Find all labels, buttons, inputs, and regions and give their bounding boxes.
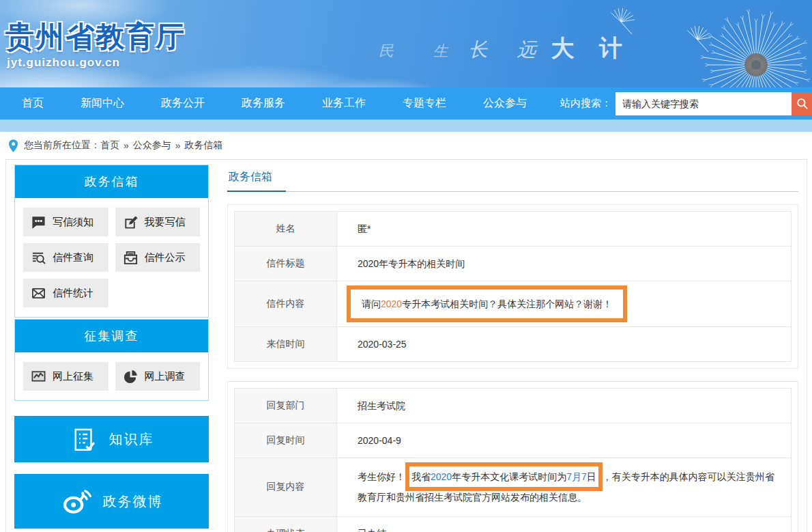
row-label: 回复时间 (235, 423, 337, 458)
site-search: 站内搜索： (560, 92, 812, 115)
reply-table-wrapper: 回复部门 招生考试院 回复时间 2020-04-9 回复内容 考生你好！我省20… (227, 381, 798, 532)
reply-time-value: 2020-04-9 (337, 423, 791, 458)
nav-item-home[interactable]: 首页 (22, 96, 44, 111)
sidebar-button-letter-stats[interactable]: 信件统计 (23, 279, 108, 307)
row-label: 姓名 (235, 212, 337, 246)
nav-item-gov-open[interactable]: 政务公开 (161, 96, 205, 111)
letter-table-wrapper: 姓名 匿* 信件标题 2020年专升本的相关时间 信件内容 请问2020专升本考… (227, 204, 798, 369)
reply-content-highlighted: 我省2020年专升本文化课考试时间为7月7日 (411, 471, 596, 482)
sidebar-button-online-collect[interactable]: 网上征集 (23, 362, 108, 391)
nav-item-business[interactable]: 业务工作 (322, 96, 366, 111)
table-row: 回复内容 考生你好！我省2020年专升本文化课考试时间为7月7日，有关专升本的具… (235, 458, 791, 516)
sidebar-section-title: 征集调查 (15, 320, 208, 352)
sidebar-section-mailbox: 政务信箱 写信须知 我要写信 (14, 165, 209, 318)
reply-content-prefix: 考生你好！ (358, 471, 405, 482)
table-row: 信件标题 2020年专升本的相关时间 (235, 247, 791, 281)
sidebar-button-label: 网上征集 (53, 370, 93, 383)
nav-item-participation[interactable]: 公众参与 (483, 96, 527, 111)
sidebar-block-label: 知识库 (109, 430, 154, 449)
breadcrumb-item-home[interactable]: 首页 (100, 139, 119, 152)
row-label: 回复部门 (235, 389, 337, 423)
sidebar-button-label: 网上调查 (145, 370, 186, 383)
sidebar-button-grid: 写信须知 我要写信 (15, 198, 208, 317)
search-label: 站内搜索： (560, 97, 611, 110)
line-chart-icon (31, 369, 46, 384)
breadcrumb-separator: » (175, 140, 181, 151)
magnifier-icon (796, 97, 809, 110)
nav-item-news[interactable]: 新闻中心 (81, 96, 124, 111)
site-banner: 民 生 长 远 大 计 贵州省教育厅 jyt.guizhou.gov.cn (0, 0, 812, 87)
row-label: 办理状态 (235, 517, 337, 532)
doc-search-icon (31, 250, 46, 266)
sidebar-section-survey: 征集调查 网上征集 网上调查 (14, 319, 209, 401)
table-row: 来信时间 2020-03-25 (235, 327, 791, 361)
sidebar-block-knowledge-base[interactable]: 知识库 (14, 416, 209, 462)
slogan-part: 大 计 (551, 36, 633, 61)
breadcrumb-separator: » (124, 140, 129, 151)
doc-public-icon (123, 250, 139, 266)
sidebar: 政务信箱 写信须知 我要写信 (6, 160, 211, 532)
nav-item-topics[interactable]: 专题专栏 (403, 96, 446, 111)
nav-substrip (0, 120, 812, 132)
row-label: 信件内容 (235, 281, 337, 326)
reply-table: 回复部门 招生考试院 回复时间 2020-04-9 回复内容 考生你好！我省20… (234, 388, 792, 532)
table-row: 回复时间 2020-04-9 (235, 423, 791, 458)
sidebar-section-title: 政务信箱 (15, 165, 208, 198)
sidebar-button-write-letter[interactable]: 我要写信 (115, 208, 201, 236)
edit-icon (123, 214, 139, 230)
sidebar-button-label: 写信须知 (53, 216, 93, 229)
sidebar-button-label: 我要写信 (145, 216, 186, 229)
breadcrumb: 您当前所在位置： 首页 » 公众参与 » 政务信箱 (0, 132, 812, 159)
banner-slogan: 民 生 长 远 大 计 (379, 33, 632, 64)
location-pin-icon (8, 139, 18, 153)
letter-title-value: 2020年专升本的相关时间 (337, 247, 791, 281)
sidebar-button-letter-query[interactable]: 信件查询 (23, 243, 108, 272)
main-content: 政务信箱 姓名 匿* 信件标题 2020年专升本的相关时间 信件内容 请问202… (211, 160, 807, 532)
letter-content-value: 请问2020专升本考试相关时间？具体关注那个网站？谢谢！ (337, 281, 791, 326)
comment-icon (31, 214, 46, 230)
sidebar-button-online-survey[interactable]: 网上调查 (115, 362, 201, 391)
reply-content-value: 考生你好！我省2020年专升本文化课考试时间为7月7日，有关专升本的具体内容可以… (337, 458, 791, 516)
site-logo-domain: jyt.guizhou.gov.cn (7, 56, 120, 70)
breadcrumb-item-participation[interactable]: 公众参与 (133, 139, 171, 152)
search-button[interactable] (792, 92, 812, 115)
weibo-icon (61, 487, 92, 516)
envelope-icon (31, 285, 46, 301)
slogan-part: 长 远 (469, 39, 549, 60)
pie-chart-icon (123, 369, 139, 384)
tab-bar: 政务信箱 (227, 165, 798, 192)
reply-department-value: 招生考试院 (337, 389, 791, 423)
letter-name-value: 匿* (337, 212, 791, 246)
breadcrumb-prefix: 您当前所在位置： (24, 139, 100, 152)
sidebar-button-grid: 网上征集 网上调查 (15, 352, 208, 400)
reply-status-value: 已办结 (337, 517, 791, 532)
sidebar-button-label: 信件统计 (53, 287, 93, 300)
table-row: 办理状态 已办结 (235, 517, 791, 532)
content-container: 政务信箱 写信须知 我要写信 (5, 159, 807, 532)
sidebar-block-label: 政务微博 (103, 492, 163, 511)
main-navigation: 首页 新闻中心 政务公开 政务服务 业务工作 专题专栏 公众参与 站内搜索： (0, 87, 812, 120)
breadcrumb-item-mailbox[interactable]: 政务信箱 (185, 139, 223, 152)
table-row: 姓名 匿* (235, 212, 791, 247)
clipboard-check-icon (70, 425, 98, 453)
sidebar-button-write-notice[interactable]: 写信须知 (23, 208, 108, 236)
nav-item-gov-service[interactable]: 政务服务 (242, 96, 285, 111)
site-logo-title[interactable]: 贵州省教育厅 (5, 18, 186, 56)
sidebar-button-label: 信件公示 (145, 251, 186, 264)
row-label: 来信时间 (235, 327, 337, 361)
sidebar-button-letter-public[interactable]: 信件公示 (115, 243, 201, 272)
tab-gov-mailbox[interactable]: 政务信箱 (227, 165, 286, 192)
annotation-highlight-box: 请问2020专升本考试相关时间？具体关注那个网站？谢谢！ (347, 285, 627, 322)
row-label: 信件标题 (235, 247, 337, 281)
annotation-highlight-box: 我省2020年专升本文化课考试时间为7月7日 (405, 462, 603, 491)
letter-table: 姓名 匿* 信件标题 2020年专升本的相关时间 信件内容 请问2020专升本考… (234, 211, 792, 362)
search-input[interactable] (615, 92, 792, 115)
table-row: 信件内容 请问2020专升本考试相关时间？具体关注那个网站？谢谢！ (235, 281, 791, 327)
sidebar-button-label: 信件查询 (53, 251, 93, 264)
sidebar-block-gov-weibo[interactable]: 政务微博 (14, 474, 209, 529)
letter-date-value: 2020-03-25 (337, 327, 791, 361)
slogan-part: 民 生 (379, 42, 466, 59)
letter-content-text: 请问2020专升本考试相关时间？具体关注那个网站？谢谢！ (362, 298, 612, 309)
row-label: 回复内容 (235, 458, 337, 516)
table-row: 回复部门 招生考试院 (235, 389, 791, 423)
